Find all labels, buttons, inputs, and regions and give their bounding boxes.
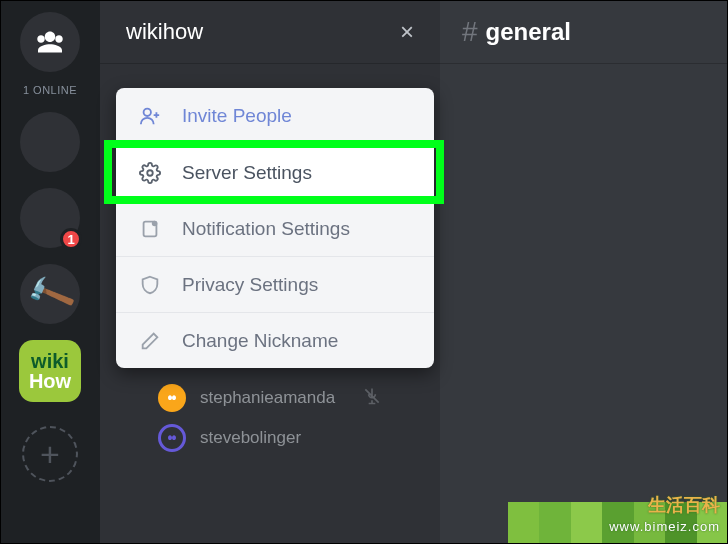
- watermark-url: www.bimeiz.com: [609, 516, 720, 538]
- svg-point-3: [152, 220, 158, 226]
- server-dropdown-menu: Invite People Server Settings Notificati…: [116, 88, 434, 368]
- menu-item-notification-settings[interactable]: Notification Settings: [116, 200, 434, 256]
- online-count-label: 1 ONLINE: [23, 84, 77, 96]
- shield-icon: [138, 273, 162, 297]
- wikihow-logo-top: wiki: [31, 351, 69, 371]
- menu-item-label: Change Nickname: [182, 330, 338, 352]
- muted-mic-icon: [362, 386, 382, 411]
- menu-item-change-nickname[interactable]: Change Nickname: [116, 312, 434, 368]
- member-name: stephanieamanda: [200, 388, 335, 408]
- member-name: stevebolinger: [200, 428, 301, 448]
- notification-icon: [138, 217, 162, 241]
- svg-point-0: [144, 109, 151, 116]
- menu-item-label: Notification Settings: [182, 218, 350, 240]
- discord-avatar-icon: [158, 384, 186, 412]
- plus-icon: +: [40, 435, 60, 474]
- people-group-icon: [32, 24, 68, 60]
- home-server-icon[interactable]: [20, 12, 80, 72]
- server-rail: 1 ONLINE 1 🔨 wiki How +: [0, 0, 100, 544]
- member-row[interactable]: stevebolinger: [100, 418, 440, 458]
- member-row[interactable]: stephanieamanda: [100, 378, 440, 418]
- pencil-icon: [138, 329, 162, 353]
- menu-item-label: Server Settings: [182, 162, 312, 184]
- close-icon[interactable]: ×: [400, 18, 414, 46]
- notification-badge: 1: [60, 228, 82, 250]
- person-plus-icon: [138, 104, 162, 128]
- server-header[interactable]: wikihow ×: [100, 0, 440, 64]
- channel-header: # general: [440, 0, 728, 64]
- menu-item-privacy-settings[interactable]: Privacy Settings: [116, 256, 434, 312]
- hash-icon: #: [462, 16, 478, 48]
- channel-name-label: general: [486, 18, 571, 46]
- menu-item-server-settings[interactable]: Server Settings: [116, 144, 434, 200]
- menu-item-invite-people[interactable]: Invite People: [116, 88, 434, 144]
- wikihow-logo-bottom: How: [29, 371, 71, 391]
- menu-item-label: Invite People: [182, 105, 292, 127]
- menu-item-label: Privacy Settings: [182, 274, 318, 296]
- svg-point-1: [147, 170, 153, 176]
- discord-avatar-icon: [158, 424, 186, 452]
- server-avatar-wikihow[interactable]: wiki How: [19, 340, 81, 402]
- add-server-button[interactable]: +: [22, 426, 78, 482]
- server-avatar-2[interactable]: 1: [20, 188, 80, 248]
- watermark-brand: 生活百科: [609, 494, 720, 516]
- member-list: stephanieamanda stevebolinger: [100, 374, 440, 462]
- gear-icon: [138, 161, 162, 185]
- server-avatar-1[interactable]: [20, 112, 80, 172]
- watermark: 生活百科 www.bimeiz.com: [609, 494, 720, 538]
- hammer-icon: 🔨: [23, 267, 78, 321]
- server-avatar-3[interactable]: 🔨: [20, 264, 80, 324]
- server-name-label: wikihow: [126, 19, 203, 45]
